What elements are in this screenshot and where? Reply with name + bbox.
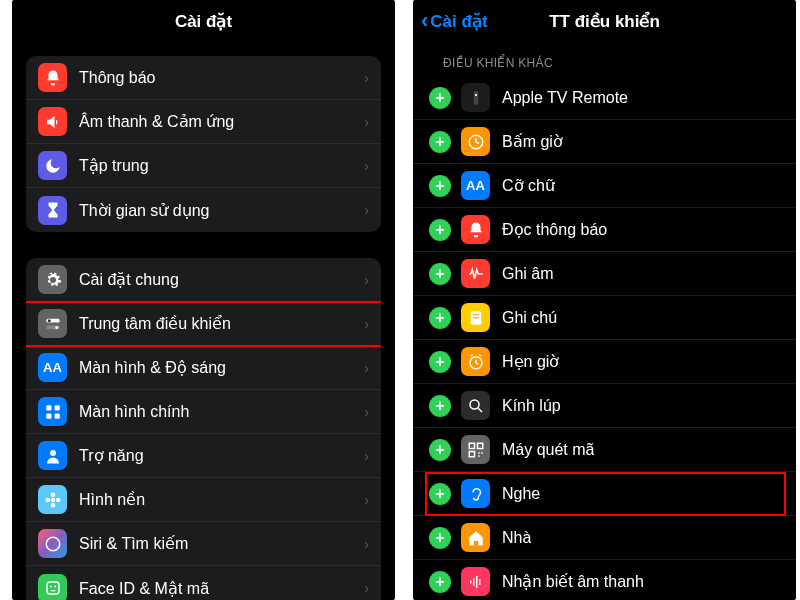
- chevron-right-icon: ›: [364, 448, 369, 464]
- screenshot-pair: Cài đặt Thông báo›Âm thanh & Cảm ứng›Tập…: [0, 0, 800, 600]
- section-header: ĐIỀU KHIỂN KHÁC: [413, 42, 796, 76]
- chevron-right-icon: ›: [364, 272, 369, 288]
- hearing-icon: [461, 479, 490, 508]
- svg-rect-34: [476, 576, 478, 588]
- svg-rect-7: [54, 413, 59, 418]
- settings-row-display[interactable]: AAMàn hình & Độ sáng›: [26, 346, 381, 390]
- settings-label: Âm thanh & Cảm ứng: [79, 112, 234, 131]
- timer-icon: [461, 127, 490, 156]
- control-center-icon: [38, 309, 67, 338]
- add-button[interactable]: +: [429, 219, 451, 241]
- svg-rect-32: [470, 580, 472, 583]
- settings-label: Thông báo: [79, 69, 156, 87]
- chevron-right-icon: ›: [364, 158, 369, 174]
- settings-row-siri[interactable]: Siri & Tìm kiếm›: [26, 522, 381, 566]
- settings-row-home-screen[interactable]: Màn hình chính›: [26, 390, 381, 434]
- settings-screen: Cài đặt Thông báo›Âm thanh & Cảm ứng›Tập…: [12, 0, 395, 600]
- settings-label: Thời gian sử dụng: [79, 201, 210, 220]
- settings-group-1: Thông báo›Âm thanh & Cảm ứng›Tập trung›T…: [26, 56, 381, 232]
- settings-label: Màn hình & Độ sáng: [79, 358, 226, 377]
- control-row-voice-memo[interactable]: +Ghi âm: [413, 252, 796, 296]
- control-row-home[interactable]: +Nhà: [413, 516, 796, 560]
- focus-icon: [38, 151, 67, 180]
- control-row-sound-recognition[interactable]: +Nhận biết âm thanh: [413, 560, 796, 600]
- settings-row-control-center[interactable]: Trung tâm điều khiển›: [26, 302, 381, 346]
- chevron-right-icon: ›: [364, 404, 369, 420]
- control-row-timer[interactable]: +Bấm giờ: [413, 120, 796, 164]
- announce-icon: [461, 215, 490, 244]
- control-row-qr[interactable]: +Máy quét mã: [413, 428, 796, 472]
- settings-row-notifications[interactable]: Thông báo›: [26, 56, 381, 100]
- general-icon: [38, 265, 67, 294]
- sound-recognition-icon: [461, 567, 490, 596]
- settings-label: Trợ năng: [79, 446, 144, 465]
- control-row-announce[interactable]: +Đọc thông báo: [413, 208, 796, 252]
- control-label: Nhận biết âm thanh: [502, 572, 644, 591]
- svg-point-11: [50, 503, 55, 508]
- apple-tv-remote-icon: [461, 83, 490, 112]
- control-label: Bấm giờ: [502, 132, 563, 151]
- chevron-right-icon: ›: [364, 316, 369, 332]
- control-label: Ghi âm: [502, 265, 554, 283]
- chevron-right-icon: ›: [364, 580, 369, 596]
- back-button[interactable]: ‹ Cài đặt: [421, 0, 488, 42]
- control-row-hearing[interactable]: +Nghe: [413, 472, 796, 516]
- svg-point-14: [46, 537, 60, 551]
- page-title: TT điều khiển: [549, 11, 660, 32]
- svg-point-8: [50, 450, 56, 456]
- svg-rect-5: [54, 405, 59, 410]
- settings-row-focus[interactable]: Tập trung›: [26, 144, 381, 188]
- add-button[interactable]: +: [429, 131, 451, 153]
- siri-icon: [38, 529, 67, 558]
- more-controls-list: +Apple TV Remote+Bấm giờ+AACỡ chữ+Đọc th…: [413, 76, 796, 600]
- svg-point-13: [56, 497, 61, 502]
- svg-rect-33: [473, 578, 475, 586]
- add-button[interactable]: +: [429, 351, 451, 373]
- svg-rect-30: [481, 452, 483, 454]
- control-label: Nhà: [502, 529, 531, 547]
- control-row-magnifier[interactable]: +Kính lúp: [413, 384, 796, 428]
- add-button[interactable]: +: [429, 571, 451, 593]
- add-button[interactable]: +: [429, 395, 451, 417]
- settings-row-wallpaper[interactable]: Hình nền›: [26, 478, 381, 522]
- chevron-right-icon: ›: [364, 536, 369, 552]
- notifications-icon: [38, 63, 67, 92]
- control-row-apple-tv-remote[interactable]: +Apple TV Remote: [413, 76, 796, 120]
- add-button[interactable]: +: [429, 483, 451, 505]
- svg-rect-15: [47, 582, 59, 594]
- add-button[interactable]: +: [429, 307, 451, 329]
- svg-rect-18: [473, 91, 478, 105]
- control-row-text-size[interactable]: +AACỡ chữ: [413, 164, 796, 208]
- back-label: Cài đặt: [430, 11, 487, 32]
- notes-icon: [461, 303, 490, 332]
- control-label: Apple TV Remote: [502, 89, 628, 107]
- svg-rect-31: [478, 455, 480, 457]
- settings-row-sounds[interactable]: Âm thanh & Cảm ứng›: [26, 100, 381, 144]
- alarm-icon: [461, 347, 490, 376]
- settings-label: Tập trung: [79, 156, 149, 175]
- wallpaper-icon: [38, 485, 67, 514]
- svg-rect-29: [478, 452, 480, 454]
- settings-label: Màn hình chính: [79, 403, 189, 421]
- add-button[interactable]: +: [429, 87, 451, 109]
- settings-label: Trung tâm điều khiển: [79, 314, 231, 333]
- accessibility-icon: [38, 441, 67, 470]
- settings-row-general[interactable]: Cài đặt chung›: [26, 258, 381, 302]
- svg-point-10: [50, 492, 55, 497]
- add-button[interactable]: +: [429, 175, 451, 197]
- svg-point-3: [55, 325, 58, 328]
- settings-row-accessibility[interactable]: Trợ năng›: [26, 434, 381, 478]
- control-row-alarm[interactable]: +Hẹn giờ: [413, 340, 796, 384]
- settings-group-2: Cài đặt chung›Trung tâm điều khiển›AAMàn…: [26, 258, 381, 600]
- svg-rect-27: [477, 443, 482, 448]
- svg-point-17: [54, 586, 56, 588]
- add-button[interactable]: +: [429, 263, 451, 285]
- control-row-notes[interactable]: +Ghi chú: [413, 296, 796, 340]
- add-button[interactable]: +: [429, 439, 451, 461]
- add-button[interactable]: +: [429, 527, 451, 549]
- home-icon: [461, 523, 490, 552]
- settings-row-screentime[interactable]: Thời gian sử dụng›: [26, 188, 381, 232]
- settings-row-faceid[interactable]: Face ID & Mật mã›: [26, 566, 381, 600]
- sounds-icon: [38, 107, 67, 136]
- svg-rect-6: [46, 413, 51, 418]
